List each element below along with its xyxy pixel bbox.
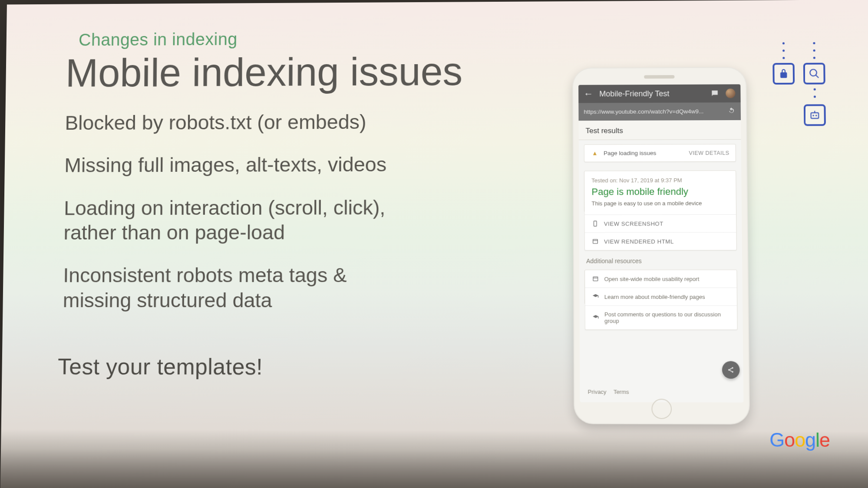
bullet-list: Blocked by robots.txt (or embeds) Missin… (63, 109, 452, 331)
resources-card: Open site-wide mobile usability report L… (584, 270, 737, 330)
svg-point-11 (732, 371, 733, 373)
verdict-subtext: This page is easy to use on a mobile dev… (591, 200, 729, 207)
callout-text: Test your templates! (58, 354, 263, 380)
learn-icon (591, 293, 600, 300)
svg-rect-0 (811, 113, 819, 118)
bullet-item: Missing full images, alt-texts, videos (64, 152, 452, 177)
page-icon (591, 238, 600, 245)
terms-link[interactable]: Terms (614, 389, 629, 395)
view-html-label: VIEW RENDERED HTML (604, 238, 730, 245)
results-heading: Test results (579, 120, 741, 140)
privacy-link[interactable]: Privacy (587, 389, 606, 395)
view-screenshot-row[interactable]: VIEW SCREENSHOT (585, 214, 736, 233)
app-title: Mobile-Friendly Test (599, 89, 704, 98)
chat-icon[interactable] (710, 88, 719, 98)
lock-icon (772, 63, 795, 85)
google-logo: Google (769, 429, 830, 451)
robot-icon (804, 104, 826, 126)
warning-icon: ▲ (591, 150, 599, 157)
resource-label: Open site-wide mobile usability report (604, 275, 731, 282)
account-avatar[interactable] (726, 88, 735, 98)
report-icon (591, 275, 600, 282)
view-screenshot-label: VIEW SCREENSHOT (604, 220, 730, 227)
resource-row[interactable]: Open site-wide mobile usability report (585, 270, 737, 288)
resource-label: Learn more about mobile-friendly pages (604, 293, 731, 300)
svg-rect-4 (594, 221, 597, 226)
phone-mockup: ← Mobile-Friendly Test https://www.youtu… (572, 67, 750, 424)
loading-issues-card: ▲ Page loading issues VIEW DETAILS (584, 144, 736, 162)
bullet-item: Blocked by robots.txt (or embeds) (65, 109, 452, 135)
resource-row[interactable]: Post comments or questions to our discus… (585, 305, 737, 330)
url-text: https://www.youtube.com/watch?v=dQw4w9..… (584, 108, 724, 115)
slide-title: Mobile indexing issues (65, 49, 462, 95)
svg-point-10 (732, 367, 733, 368)
eyebrow-text: Changes in indexing (79, 29, 238, 49)
app-bar: ← Mobile-Friendly Test (578, 84, 741, 103)
verdict-text: Page is mobile friendly (591, 186, 729, 198)
view-rendered-html-row[interactable]: VIEW RENDERED HTML (585, 232, 736, 250)
phone-screen: ← Mobile-Friendly Test https://www.youtu… (578, 84, 743, 402)
reload-icon[interactable] (728, 107, 736, 116)
svg-point-1 (812, 115, 814, 116)
search-icon (803, 63, 825, 85)
discuss-icon (591, 314, 600, 321)
svg-rect-5 (593, 239, 598, 243)
back-icon[interactable]: ← (584, 89, 593, 99)
resource-label: Post comments or questions to our discus… (604, 311, 731, 324)
share-fab[interactable] (722, 361, 740, 379)
loading-issues-text: Page loading issues (604, 150, 684, 156)
bullet-item: Inconsistent robots meta tags & missing … (63, 262, 452, 312)
bullet-item: Loading on interaction (scroll, click), … (63, 195, 452, 245)
additional-resources-heading: Additional resources (579, 255, 742, 265)
svg-point-9 (728, 369, 729, 370)
decorative-icons (772, 41, 826, 126)
view-details-link[interactable]: VIEW DETAILS (689, 150, 729, 156)
device-icon (591, 220, 600, 227)
verdict-card: Tested on: Nov 17, 2019 at 9:37 PM Page … (584, 170, 737, 251)
svg-point-2 (815, 115, 817, 116)
tested-on-text: Tested on: Nov 17, 2019 at 9:37 PM (591, 177, 729, 184)
home-button[interactable] (651, 399, 672, 419)
svg-rect-7 (593, 277, 598, 281)
resource-row[interactable]: Learn more about mobile-friendly pages (585, 288, 737, 305)
slide: Changes in indexing Mobile indexing issu… (0, 0, 868, 488)
url-bar[interactable]: https://www.youtube.com/watch?v=dQw4w9..… (578, 102, 741, 121)
